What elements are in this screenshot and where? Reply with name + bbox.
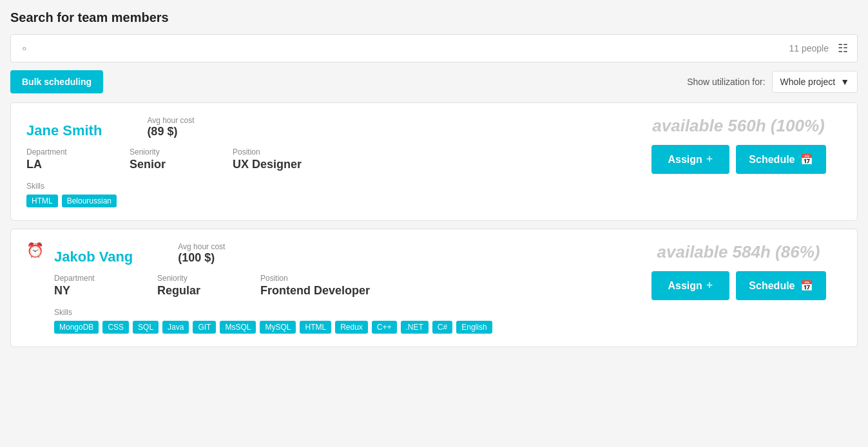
assign-button[interactable]: Assign + <box>651 145 730 174</box>
clock-icon: ⏰ <box>26 242 44 259</box>
utilization-selector: Show utilization for: Whole project ▼ <box>687 71 858 93</box>
avg-cost-label: Avg hour cost <box>147 116 194 125</box>
avg-cost-value: (89 $) <box>147 125 194 138</box>
skill-tag: SQL <box>133 321 159 334</box>
skill-tag: English <box>456 321 492 334</box>
calendar-icon: 📅 <box>800 280 813 292</box>
position-label: Position <box>260 274 370 283</box>
skill-tag: HTML <box>26 195 58 207</box>
calendar-icon: 📅 <box>800 153 813 166</box>
page-title: Search for team members <box>10 10 858 25</box>
skill-tag: C# <box>432 321 452 334</box>
skill-tag: HTML <box>300 321 331 334</box>
schedule-button[interactable]: Schedule 📅 <box>736 145 825 174</box>
seniority-label: Seniority <box>157 274 260 283</box>
search-input[interactable] <box>35 43 789 53</box>
skill-tag: CSS <box>102 321 129 334</box>
plus-icon: + <box>706 279 713 292</box>
member-name-row: Jane Smith Avg hour cost (89 $) <box>26 116 635 145</box>
schedule-label: Schedule <box>749 154 795 166</box>
skills-tags: HTMLBelourussian <box>26 195 635 207</box>
filter-icon[interactable]: ☷ <box>838 41 848 55</box>
card-right: available 560h (100%) Assign + Schedule … <box>635 116 842 174</box>
details-row: Department NY Seniority Regular Position… <box>54 274 635 298</box>
seniority-value: Senior <box>130 158 233 171</box>
avg-cost-value: (100 $) <box>178 251 225 265</box>
card-left: ⏰ Jakob Vang Avg hour cost (100 $) <box>26 242 635 334</box>
skill-tag: Redux <box>335 321 368 334</box>
plus-icon: + <box>706 153 713 166</box>
position-group: Position UX Designer <box>233 147 336 171</box>
department-label: Department <box>26 147 130 157</box>
people-count: 11 people <box>789 43 829 53</box>
position-label: Position <box>233 147 336 157</box>
member-name: Jane Smith <box>26 122 102 139</box>
member-card: Jane Smith Avg hour cost (89 $) Departme… <box>10 102 858 221</box>
avg-cost-label: Avg hour cost <box>178 242 225 251</box>
department-value: LA <box>26 158 130 171</box>
utilization-value: Whole project <box>780 77 836 87</box>
position-value: UX Designer <box>233 158 336 171</box>
toolbar: Bulk scheduling Show utilization for: Wh… <box>10 70 858 93</box>
utilization-dropdown[interactable]: Whole project ▼ <box>772 71 858 93</box>
chevron-down-icon: ▼ <box>840 77 849 87</box>
avg-cost-block: Avg hour cost (89 $) <box>147 116 194 138</box>
member-header: Jane Smith Avg hour cost (89 $) Departme… <box>26 116 635 207</box>
skills-label: Skills <box>26 182 635 191</box>
position-value: Frontend Developer <box>260 284 370 298</box>
action-buttons: Assign + Schedule 📅 <box>651 145 826 174</box>
member-info-block: Jane Smith Avg hour cost (89 $) Departme… <box>26 116 635 207</box>
department-group: Department NY <box>54 274 157 298</box>
card-left: Jane Smith Avg hour cost (89 $) Departme… <box>26 116 635 207</box>
skill-tag: MongoDB <box>54 321 99 334</box>
skill-tag: .NET <box>401 321 429 334</box>
skill-tag: MsSQL <box>220 321 256 334</box>
details-row: Department LA Seniority Senior Position … <box>26 147 635 171</box>
seniority-value: Regular <box>157 284 260 298</box>
bulk-scheduling-button[interactable]: Bulk scheduling <box>10 70 103 93</box>
skill-tag: Java <box>162 321 189 334</box>
seniority-group: Seniority Senior <box>130 147 233 171</box>
skills-section: Skills HTMLBelourussian <box>26 182 635 207</box>
card-top: Jane Smith Avg hour cost (89 $) Departme… <box>26 116 842 207</box>
skill-tag: MySQL <box>260 321 296 334</box>
skill-tag: Belourussian <box>62 195 117 207</box>
availability-text: available 560h (100%) <box>652 116 824 136</box>
assign-label: Assign <box>668 154 702 166</box>
assign-button[interactable]: Assign + <box>651 271 730 300</box>
member-card: ⏰ Jakob Vang Avg hour cost (100 $) <box>10 229 858 347</box>
search-bar: ⚬ 11 people ☷ <box>10 34 858 62</box>
skill-tag: GIT <box>193 321 216 334</box>
assign-label: Assign <box>668 280 702 292</box>
department-label: Department <box>54 274 157 283</box>
schedule-label: Schedule <box>749 280 795 292</box>
card-right: available 584h (86%) Assign + Schedule 📅 <box>635 242 842 300</box>
skills-section: Skills MongoDBCSSSQLJavaGITMsSQLMySQLHTM… <box>54 308 635 334</box>
utilization-label: Show utilization for: <box>687 77 765 87</box>
seniority-group: Seniority Regular <box>157 274 260 298</box>
skills-label: Skills <box>54 308 635 317</box>
search-icon: ⚬ <box>20 43 28 55</box>
skills-tags: MongoDBCSSSQLJavaGITMsSQLMySQLHTMLReduxC… <box>54 321 635 334</box>
member-name: Jakob Vang <box>54 249 133 265</box>
seniority-label: Seniority <box>130 147 233 157</box>
schedule-button[interactable]: Schedule 📅 <box>736 271 825 300</box>
skill-tag: C++ <box>372 321 397 334</box>
action-buttons: Assign + Schedule 📅 <box>651 271 826 300</box>
avg-cost-block: Avg hour cost (100 $) <box>178 242 225 265</box>
position-group: Position Frontend Developer <box>260 274 370 298</box>
availability-text: available 584h (86%) <box>657 242 820 262</box>
card-top: ⏰ Jakob Vang Avg hour cost (100 $) <box>26 242 842 334</box>
department-value: NY <box>54 284 157 298</box>
member-name-row: Jakob Vang Avg hour cost (100 $) <box>54 242 635 271</box>
member-info-block: Jakob Vang Avg hour cost (100 $) Departm… <box>54 242 635 334</box>
department-group: Department LA <box>26 147 130 171</box>
member-header: ⏰ Jakob Vang Avg hour cost (100 $) <box>26 242 635 334</box>
